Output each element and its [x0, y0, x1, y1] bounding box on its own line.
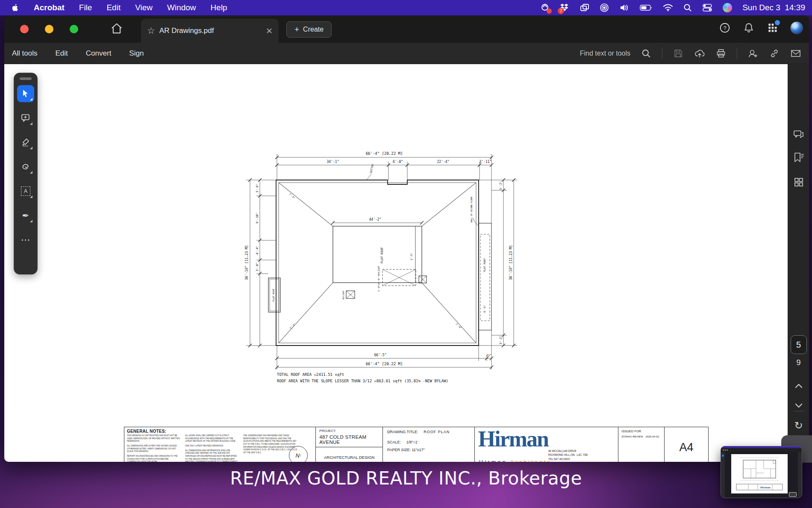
pip-window-chrome: [721, 448, 802, 452]
current-page-value: 5: [796, 340, 801, 350]
previous-page-icon[interactable]: [792, 379, 805, 392]
link-icon[interactable]: [769, 48, 780, 59]
paper-size: PAPER SIZE: 11"x17": [387, 448, 470, 452]
zoom-window-button[interactable]: [70, 25, 78, 33]
issued-for-label: ISSUED FOR: [621, 429, 661, 433]
edit-menu[interactable]: Edit: [56, 49, 68, 58]
discipline-label: ARCHITECTURAL DESIGN: [316, 447, 382, 462]
project-section: PROJECT: 487 COLD STREAM AVENUE ARCHITEC…: [315, 427, 382, 462]
email-icon[interactable]: [790, 48, 801, 59]
wifi-icon[interactable]: [663, 3, 673, 13]
general-notes-col1: THIS DRAWING IS COPYRIGHTED AND MUST NOT…: [127, 434, 182, 462]
minimize-window-button[interactable]: [45, 25, 53, 33]
document-tab[interactable]: ☆ AR Drawings.pdf ✕: [141, 19, 279, 43]
create-button[interactable]: + Create: [286, 21, 332, 38]
sheet-number: A4: [664, 427, 708, 462]
dropbox-icon[interactable]: 7: [560, 3, 570, 13]
pip-right-rail: [798, 452, 802, 498]
svg-text:TOTAL ROOF AREA =2411.51 sqft: TOTAL ROOF AREA =2411.51 sqft: [277, 372, 344, 377]
screen-share-thumbnail[interactable]: Hirman: [721, 446, 802, 498]
add-user-icon[interactable]: [747, 48, 759, 59]
close-tab-icon[interactable]: ✕: [266, 26, 273, 36]
app-grid-icon[interactable]: [766, 21, 779, 34]
menu-clock[interactable]: Sun Dec 3 14:39: [742, 3, 805, 12]
svg-text:FLAT ROOF: FLAT ROOF: [380, 247, 384, 263]
menu-app-name[interactable]: Acrobat: [34, 3, 65, 12]
bookmarks-panel-icon[interactable]: [792, 151, 805, 164]
firm-name: Hirman Architects: [479, 459, 552, 462]
svg-text:3'-0": 3'-0": [256, 262, 259, 271]
firm-logo: Hirman: [478, 428, 548, 450]
svg-text:FLAT ROOF: FLAT ROOF: [483, 258, 486, 272]
select-text-tool[interactable]: A: [17, 183, 34, 200]
desktop-wallpaper-text: RE/MAX GOLD REALTY INC., Brokerage: [0, 468, 812, 489]
menu-edit[interactable]: Edit: [106, 3, 121, 12]
svg-text:11": 11": [486, 354, 492, 357]
creative-cloud-icon[interactable]: [541, 3, 550, 13]
current-page-input[interactable]: 5: [791, 335, 807, 354]
highlight-tool[interactable]: [17, 134, 34, 151]
cloud-upload-icon[interactable]: [694, 48, 705, 59]
toolbar-divider: [662, 48, 662, 59]
print-icon[interactable]: [715, 48, 727, 59]
account-avatar[interactable]: [790, 21, 803, 34]
menu-window[interactable]: Window: [167, 3, 196, 12]
menu-help[interactable]: Help: [211, 3, 227, 12]
svg-text:66'-4" [20.22 M]: 66'-4" [20.22 M]: [366, 151, 403, 156]
all-tools-menu[interactable]: All tools: [12, 49, 38, 58]
apple-menu-icon[interactable]: [12, 3, 19, 13]
document-canvas[interactable]: FLAT ROOF FLAT ROOF 8'-6" WALL AT SECOND…: [4, 64, 809, 462]
convert-menu[interactable]: Convert: [86, 49, 112, 58]
displays-icon[interactable]: [580, 3, 589, 13]
next-page-icon[interactable]: [792, 399, 805, 412]
more-tools-button[interactable]: ⋯: [17, 231, 34, 248]
menu-view[interactable]: View: [135, 3, 153, 12]
comments-panel-icon[interactable]: [792, 128, 805, 141]
firm-type: Architects: [510, 459, 552, 462]
siri-icon[interactable]: [723, 3, 732, 12]
right-rail: 5 9 ↻: [788, 64, 809, 462]
close-window-button[interactable]: [20, 25, 29, 33]
svg-text:34'-1": 34'-1": [327, 160, 339, 164]
pip-document-area: Hirman: [721, 452, 802, 498]
panel-drag-handle[interactable]: [20, 77, 32, 80]
project-label: PROJECT:: [319, 429, 379, 433]
plus-icon: +: [294, 25, 299, 34]
svg-text:8'-6": 8'-6": [483, 305, 486, 313]
help-icon[interactable]: ?: [718, 21, 731, 34]
menu-file[interactable]: File: [79, 3, 92, 12]
svg-text:6'-0": 6'-0": [393, 160, 403, 164]
firm-logo-section: Hirman Hirman Architects 46 MCCALLUM DRI…: [474, 427, 618, 462]
total-pages-label: 9: [796, 358, 800, 367]
notifications-bell-icon[interactable]: [742, 21, 755, 34]
svg-text:3'-6": 3'-6": [256, 183, 259, 192]
page-thumbnails-icon[interactable]: [792, 176, 805, 189]
tab-bar: ☆ AR Drawings.pdf ✕ + Create ?: [4, 15, 809, 43]
airplay-icon[interactable]: [600, 3, 609, 13]
battery-icon[interactable]: [640, 3, 653, 13]
svg-text:36'-10" [11.23 M]: 36'-10" [11.23 M]: [245, 245, 249, 280]
favorite-star-icon[interactable]: ☆: [147, 26, 155, 36]
select-tool[interactable]: [17, 85, 34, 102]
control-center-icon[interactable]: [702, 3, 712, 13]
add-comment-tool[interactable]: [17, 109, 34, 127]
svg-text:3'-2": 3'-2": [499, 181, 503, 190]
home-icon[interactable]: [110, 22, 124, 36]
save-icon[interactable]: [673, 48, 684, 59]
sign-menu[interactable]: Sign: [129, 49, 144, 58]
scale-value: 1/8"=1': [406, 440, 418, 444]
create-label: Create: [303, 26, 324, 33]
rotate-page-icon[interactable]: ↻: [792, 419, 805, 432]
spotlight-icon[interactable]: [683, 3, 692, 13]
volume-icon[interactable]: [619, 3, 630, 13]
search-icon[interactable]: [641, 48, 652, 59]
issued-date: 2020-04-02: [646, 435, 659, 438]
rail-divider: [794, 411, 804, 411]
svg-text:4'-4": 4'-4": [256, 245, 259, 254]
sign-tool[interactable]: ✒: [17, 207, 34, 224]
issued-section: ISSUED FOR ZONING REVIEW 2020-04-02: [618, 427, 664, 462]
draw-lasso-tool[interactable]: [17, 158, 34, 175]
svg-text:66'-4" [20.22 M]: 66'-4" [20.22 M]: [366, 362, 403, 366]
find-text-label[interactable]: Find text or tools: [580, 50, 630, 57]
acrobat-window: ☆ AR Drawings.pdf ✕ + Create ? All tools: [4, 15, 809, 462]
